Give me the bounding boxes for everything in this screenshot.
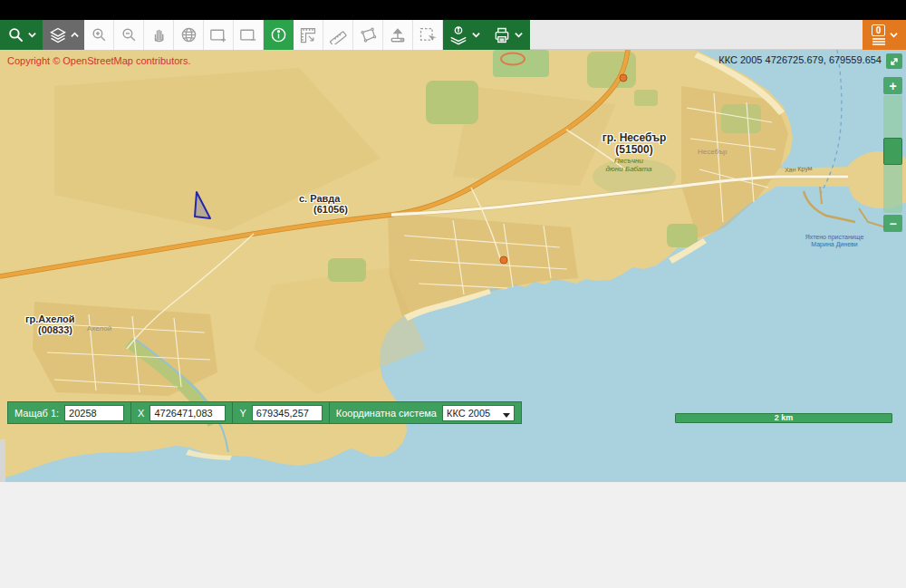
green-area: [721, 104, 761, 133]
identify-layers-button[interactable]: [443, 20, 485, 50]
chevron-down-icon: [515, 32, 523, 38]
y-segment: Y: [233, 402, 329, 423]
polygon-icon: [359, 26, 377, 44]
town-code: (61056): [313, 204, 348, 215]
scale-input[interactable]: [64, 405, 124, 421]
upload-icon: [389, 26, 407, 44]
zoom-in-map-button[interactable]: +: [883, 77, 902, 94]
x-segment: X: [131, 402, 233, 423]
layers-icon: [49, 26, 67, 44]
ruler-icon: [329, 26, 347, 44]
map-viewport[interactable]: Copyright © OpenStreetMap contributors. …: [0, 50, 906, 482]
document-list-icon: 0: [872, 24, 886, 45]
search-icon: [7, 26, 24, 43]
scale-bar: 2 km: [675, 413, 892, 423]
marina-label-line1: Яхтено пристанище: [805, 234, 864, 240]
chevron-up-icon: [71, 32, 79, 38]
chevron-down-icon: [472, 32, 480, 38]
osm-label-nesebar: Несебър: [698, 148, 727, 156]
town-name: с. Равда: [299, 193, 340, 204]
town-label-ravda: с. Равда (61056): [299, 193, 348, 215]
print-button[interactable]: [485, 20, 530, 50]
zoom-out-map-button[interactable]: −: [883, 215, 902, 232]
toolbar-spacer: [530, 20, 863, 49]
diagonal-arrow-icon: [890, 57, 899, 66]
globe-button[interactable]: [174, 20, 204, 50]
map-edge-gap: [0, 439, 5, 482]
printer-icon: [493, 26, 511, 44]
status-coordinates-bar: Мащаб 1: X Y Координатна система ККС 200…: [7, 401, 522, 424]
osm-label-aheloy: Ахелой: [87, 324, 111, 333]
scale-label: Мащаб 1:: [14, 408, 59, 419]
chevron-down-icon: [28, 32, 36, 38]
town-code: (00833): [38, 324, 75, 335]
x-coordinate-input[interactable]: [149, 405, 226, 421]
pan-button[interactable]: [144, 20, 174, 50]
expand-coordinates-button[interactable]: [886, 53, 902, 69]
zoom-slider-handle[interactable]: [883, 138, 902, 165]
x-label: X: [138, 408, 144, 419]
info-icon: [270, 26, 287, 43]
green-area: [667, 224, 698, 247]
zoom-out-icon: [120, 26, 138, 43]
dunes-label: Пясъчни дюни Бабата: [605, 157, 651, 173]
y-label: Y: [239, 408, 246, 419]
crs-select[interactable]: ККС 2005: [442, 405, 515, 421]
marina-label-line2: Марина Диневи: [811, 241, 857, 247]
zoom-in-button[interactable]: [84, 20, 114, 50]
search-button[interactable]: [0, 20, 43, 50]
y-coordinate-input[interactable]: [252, 405, 323, 421]
copyright-notice: Copyright © OpenStreetMap contributors.: [7, 55, 191, 66]
scale-segment: Мащаб 1:: [8, 402, 131, 423]
hand-icon: [150, 26, 168, 43]
gis-application: 0: [0, 0, 906, 588]
notifications-count-badge: 0: [872, 24, 886, 36]
town-label-aheloy: гр.Ахелой (00833): [25, 313, 75, 335]
marquee-cursor-icon: [419, 26, 437, 44]
marina-label: Яхтено пристанище Марина Диневи: [805, 234, 864, 248]
town-label-nesebar: гр. Несебър (51500): [602, 132, 667, 156]
measure-distance-button[interactable]: [323, 20, 353, 50]
chevron-down-icon: [890, 32, 898, 38]
globe-icon: [180, 26, 198, 43]
green-area: [634, 90, 658, 106]
crs-selected-value: ККС 2005: [447, 408, 490, 419]
upload-button[interactable]: [383, 20, 413, 50]
measure-polygon-button[interactable]: [353, 20, 383, 50]
zoom-in-icon: [91, 26, 108, 43]
corner-ruler-icon: [299, 26, 317, 44]
layers-button[interactable]: [43, 20, 84, 50]
crs-segment: Координатна система ККС 2005: [330, 402, 521, 423]
window-top-strip: [0, 0, 906, 20]
zoom-rect-in-button[interactable]: [204, 20, 234, 50]
dunes-label-line1: Пясъчни: [614, 157, 643, 165]
crs-label: Координатна система: [336, 408, 437, 419]
town-name: гр. Несебър: [602, 131, 667, 144]
rect-plus-icon: [209, 27, 227, 43]
zoom-out-button[interactable]: [114, 20, 144, 50]
town-name: гр.Ахелой: [25, 313, 75, 324]
select-button[interactable]: [413, 20, 443, 50]
coordinate-readout: ККС 2005 4726725.679, 679559.654: [718, 54, 882, 65]
rect-minus-icon: [239, 27, 257, 43]
info-layers-icon: [448, 25, 468, 45]
zoom-rect-out-button[interactable]: [234, 20, 264, 50]
notifications-button[interactable]: 0: [863, 20, 906, 50]
poi-marker: [620, 74, 627, 82]
info-button[interactable]: [264, 20, 294, 50]
measure-area-button[interactable]: [294, 20, 323, 50]
dunes-label-line2: дюни Бабата: [605, 165, 651, 173]
green-area: [328, 258, 366, 282]
chevron-down-icon: [503, 413, 510, 418]
main-toolbar: 0: [0, 20, 906, 50]
town-code: (51500): [602, 144, 667, 156]
page-background: [0, 482, 906, 588]
poi-marker: [500, 256, 507, 264]
green-area: [426, 81, 478, 124]
